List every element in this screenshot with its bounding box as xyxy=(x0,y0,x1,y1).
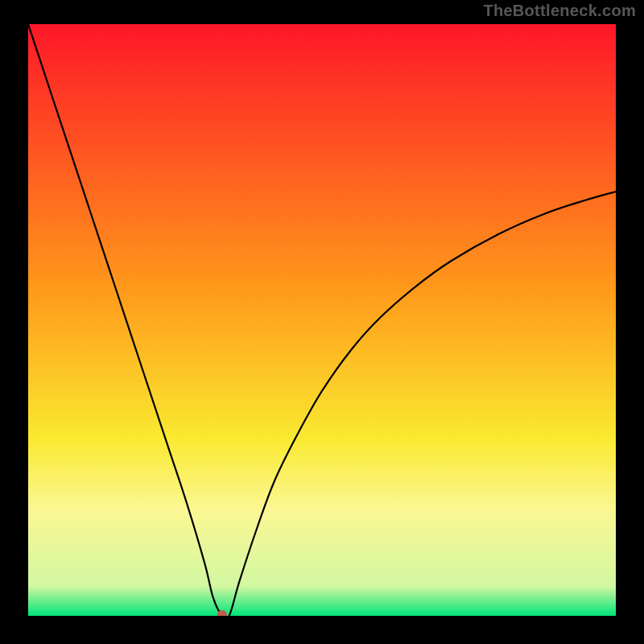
chart-frame: TheBottleneck.com xyxy=(0,0,644,644)
plot-area xyxy=(28,24,616,616)
chart-svg xyxy=(28,24,616,616)
watermark-text: TheBottleneck.com xyxy=(483,2,636,20)
gradient-background xyxy=(28,24,616,616)
